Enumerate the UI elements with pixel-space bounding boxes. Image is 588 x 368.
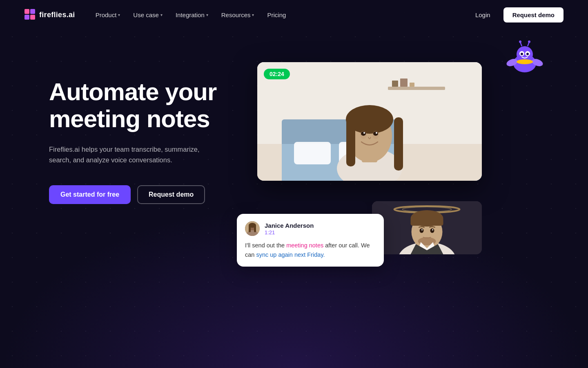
svg-point-59 — [420, 229, 424, 233]
svg-rect-0 — [24, 9, 29, 14]
svg-rect-31 — [346, 117, 355, 166]
nav-item-resources[interactable]: Resources ▾ — [216, 8, 260, 22]
svg-point-61 — [421, 229, 423, 231]
svg-point-36 — [361, 132, 366, 136]
svg-rect-2 — [24, 15, 29, 20]
svg-point-13 — [528, 40, 530, 43]
chat-sender-name: Janice Anderson — [265, 222, 314, 229]
video-background — [257, 62, 482, 181]
svg-rect-22 — [410, 83, 414, 87]
svg-point-62 — [432, 229, 433, 231]
hero-right: 02:24 Janic — [245, 62, 555, 254]
svg-point-38 — [363, 132, 365, 134]
svg-rect-1 — [30, 9, 35, 14]
svg-point-33 — [347, 109, 392, 126]
chat-message: I'll send out the meeting notes after ou… — [245, 241, 376, 259]
svg-rect-19 — [388, 87, 445, 90]
svg-rect-57 — [411, 218, 443, 226]
svg-rect-44 — [249, 225, 251, 232]
svg-rect-20 — [392, 81, 398, 87]
svg-rect-32 — [394, 117, 403, 171]
hero-subtitle: Fireflies.ai helps your team transcribe,… — [49, 144, 220, 166]
navigation: fireflies.ai Product ▾ Use case ▾ Integr… — [0, 0, 588, 29]
nav-request-demo-button[interactable]: Request demo — [503, 7, 564, 22]
svg-rect-3 — [30, 15, 35, 20]
svg-rect-25 — [294, 142, 331, 164]
chevron-down-icon: ▾ — [206, 13, 208, 17]
video-main: 02:24 — [257, 62, 482, 181]
person-tile — [372, 201, 482, 254]
chat-header: Janice Anderson 1:21 — [245, 221, 376, 236]
request-demo-button[interactable]: Request demo — [137, 185, 205, 204]
nav-item-product[interactable]: Product ▾ — [90, 8, 126, 22]
chat-timestamp: 1:21 — [265, 229, 314, 236]
nav-item-integration[interactable]: Integration ▾ — [170, 8, 214, 22]
svg-rect-45 — [254, 225, 256, 232]
svg-point-37 — [373, 132, 378, 136]
login-button[interactable]: Login — [469, 8, 497, 22]
chat-name-group: Janice Anderson 1:21 — [265, 222, 314, 236]
logo-text: fireflies.ai — [39, 11, 75, 19]
chevron-down-icon: ▾ — [252, 13, 254, 17]
svg-point-16 — [517, 59, 533, 64]
avatar — [245, 221, 260, 236]
svg-point-8 — [521, 53, 523, 55]
svg-rect-21 — [400, 79, 408, 87]
chat-overlay: Janice Anderson 1:21 I'll send out the m… — [237, 214, 384, 267]
timer-badge: 02:24 — [264, 69, 290, 79]
hero-title: Automate your meeting notes — [49, 79, 220, 132]
svg-point-9 — [526, 53, 529, 55]
svg-point-39 — [376, 132, 377, 134]
get-started-button[interactable]: Get started for free — [49, 185, 131, 204]
meeting-notes-link: meeting notes — [286, 242, 323, 249]
mascot-robot — [506, 40, 543, 76]
hero-buttons: Get started for free Request demo — [49, 185, 220, 204]
nav-item-usecase[interactable]: Use case ▾ — [127, 8, 168, 22]
main-content: Automate your meeting notes Fireflies.ai… — [0, 29, 588, 254]
sync-link: sync up again next Friday. — [256, 251, 325, 258]
nav-right: Login Request demo — [469, 7, 564, 22]
nav-item-pricing[interactable]: Pricing — [261, 8, 292, 22]
svg-point-60 — [430, 229, 434, 233]
nav-left: fireflies.ai Product ▾ Use case ▾ Integr… — [24, 8, 292, 22]
nav-links: Product ▾ Use case ▾ Integration ▾ Resou… — [90, 8, 292, 22]
svg-point-11 — [519, 40, 521, 43]
hero-left: Automate your meeting notes Fireflies.ai… — [49, 62, 220, 204]
logo[interactable]: fireflies.ai — [24, 9, 75, 20]
chevron-down-icon: ▾ — [160, 13, 163, 17]
chevron-down-icon: ▾ — [118, 13, 120, 17]
